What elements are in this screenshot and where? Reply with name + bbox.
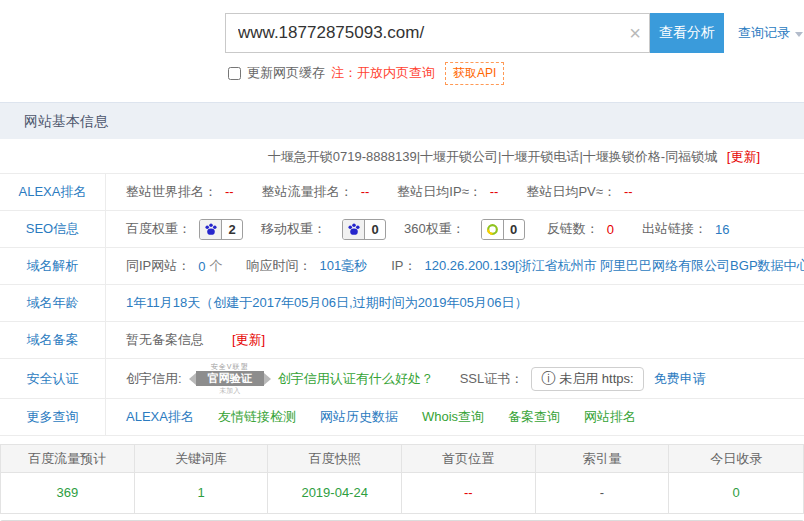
more-link-history-data[interactable]: 网站历史数据 — [320, 408, 398, 426]
title-update-link[interactable]: [更新] — [727, 149, 760, 164]
ip-value[interactable]: 120.26.200.139[浙江省杭州市 阿里巴巴网络有限公司BGP数据中心(… — [425, 257, 804, 275]
domain-age-value: 1年11月18天（创建于2017年05月06日,过期时间为2019年05月06日… — [126, 294, 527, 312]
alexa-daily-pv: 整站日均PV≈：-- — [526, 183, 632, 201]
cache-checkbox[interactable] — [228, 67, 241, 80]
alexa-daily-ip-value: -- — [490, 184, 499, 199]
ip-label: IP： — [391, 257, 416, 275]
stats-header-row: 百度流量预计 关键词库 百度快照 首页位置 索引量 今日收录 — [1, 445, 803, 473]
stats-table: 百度流量预计 关键词库 百度快照 首页位置 索引量 今日收录 369 1 201… — [0, 444, 804, 514]
so360-weight-badge[interactable]: 0 — [481, 219, 525, 240]
ssl-apply-link[interactable]: 免费申请 — [654, 370, 706, 388]
response-time-label: 响应时间： — [247, 257, 312, 275]
stats-header-index-volume: 索引量 — [536, 445, 670, 473]
baidu-pc-weight-value: 2 — [222, 220, 242, 239]
row-label-domain-age: 域名年龄 — [0, 285, 106, 321]
panel-title: 网站基本信息 — [0, 103, 804, 139]
search-bar: × 查看分析 查询记录 — [225, 13, 804, 53]
analyze-button[interactable]: 查看分析 — [650, 13, 724, 53]
site-info-panel: 网站基本信息 十堰急开锁0719-8888139|十堰开锁公司|十堰开锁电话|十… — [0, 102, 804, 436]
ssl-cert-label: SSL证书： — [460, 370, 524, 388]
row-security: 安全认证 创宇信用: 安全V联盟 官网验证 未加入 创宇信用认证有什么好处？ S… — [0, 359, 804, 399]
chuangyu-seal-badge[interactable]: 安全V联盟 官网验证 未加入 — [196, 363, 264, 395]
alexa-daily-ip-label: 整站日均IP≈： — [397, 184, 481, 199]
seal-top-text: 安全V联盟 — [211, 363, 249, 371]
stats-header-homepage-position: 首页位置 — [402, 445, 536, 473]
options-row: 更新网页缓存 注：开放内页查询 获取API — [228, 63, 804, 83]
alexa-daily-pv-label: 整站日均PV≈： — [526, 184, 615, 199]
site-title-row: 十堰急开锁0719-8888139|十堰开锁公司|十堰开锁电话|十堰换锁价格-同… — [0, 139, 804, 174]
more-link-site-rank[interactable]: 网站排名 — [584, 408, 636, 426]
seal-band-text: 官网验证 — [196, 371, 264, 386]
stats-value-today-included[interactable]: 0 — [669, 473, 803, 513]
row-label-seo: SEO信息 — [0, 211, 106, 247]
alexa-world-rank: 整站世界排名：-- — [126, 183, 234, 201]
url-input-wrapper: × — [225, 13, 650, 53]
site-title-text: 十堰急开锁0719-8888139|十堰开锁公司|十堰开锁电话|十堰换锁价格-同… — [268, 149, 717, 164]
get-api-button[interactable]: 获取API — [445, 62, 504, 85]
row-icp: 域名备案 暂无备案信息 [更新] — [0, 322, 804, 359]
row-label-alexa: ALEXA排名 — [0, 174, 106, 210]
more-link-alexa[interactable]: ALEXA排名 — [126, 408, 194, 426]
cache-checkbox-text: 更新网页缓存 — [247, 64, 325, 82]
baidu-mobile-weight-badge[interactable]: 0 — [342, 219, 386, 240]
outlinks-value[interactable]: 16 — [715, 222, 729, 237]
icp-status: 暂无备案信息 — [126, 331, 204, 349]
baidu-pc-weight-label: 百度权重： — [126, 220, 191, 238]
alexa-daily-pv-value: -- — [624, 184, 633, 199]
alexa-traffic-rank: 整站流量排名：-- — [262, 183, 370, 201]
ssl-status-box: ⓘ 未启用 https: — [531, 367, 643, 391]
360-logo-icon — [482, 220, 504, 239]
open-subpage-note: 注：开放内页查询 — [331, 64, 435, 82]
row-label-dns: 域名解析 — [0, 248, 106, 284]
row-label-icp: 域名备案 — [0, 322, 106, 358]
backlinks-value[interactable]: 0 — [607, 222, 614, 237]
clear-icon[interactable]: × — [629, 23, 641, 43]
row-alexa: ALEXA排名 整站世界排名：-- 整站流量排名：-- 整站日均IP≈：-- 整… — [0, 174, 804, 211]
row-dns: 域名解析 同IP网站： 0 个 响应时间： 101毫秒 IP： 120.26.2… — [0, 248, 804, 285]
stats-value-keyword-lib[interactable]: 1 — [135, 473, 269, 513]
icp-update-link[interactable]: [更新] — [232, 331, 265, 349]
url-input[interactable] — [226, 14, 649, 52]
row-label-security: 安全认证 — [0, 359, 106, 398]
seal-bottom-text: 未加入 — [219, 386, 240, 395]
stats-value-homepage-position: -- — [402, 473, 536, 513]
more-link-icp-query[interactable]: 备案查询 — [508, 408, 560, 426]
more-link-whois[interactable]: Whois查询 — [422, 408, 484, 426]
stats-header-baidu-snapshot: 百度快照 — [268, 445, 402, 473]
response-time-value: 101毫秒 — [320, 257, 368, 275]
stats-header-keyword-lib: 关键词库 — [135, 445, 269, 473]
same-ip-unit: 个 — [210, 257, 223, 275]
chuangyu-credit-label: 创宇信用: — [126, 370, 182, 388]
alexa-traffic-rank-value: -- — [361, 184, 370, 199]
history-link[interactable]: 查询记录 — [738, 24, 803, 42]
stats-value-baidu-snapshot[interactable]: 2019-04-24 — [268, 473, 402, 513]
row-seo: SEO信息 百度权重： 2 移动权重： 0 360权重： 0 — [0, 211, 804, 248]
cache-checkbox-label: 更新网页缓存 — [228, 64, 325, 82]
alexa-daily-ip: 整站日均IP≈：-- — [397, 183, 498, 201]
alexa-world-rank-value: -- — [225, 184, 234, 199]
stats-values-row: 369 1 2019-04-24 -- - 0 — [1, 473, 803, 513]
stats-header-today-included: 今日收录 — [669, 445, 803, 473]
credit-benefit-link[interactable]: 创宇信用认证有什么好处？ — [278, 370, 434, 388]
ssl-status-text: 未启用 https: — [559, 370, 633, 388]
baidu-pc-weight-badge[interactable]: 2 — [199, 219, 243, 240]
row-domain-age: 域名年龄 1年11月18天（创建于2017年05月06日,过期时间为2019年0… — [0, 285, 804, 322]
alexa-traffic-rank-label: 整站流量排名： — [262, 184, 353, 199]
same-ip-value[interactable]: 0 — [198, 259, 205, 274]
outlinks-label: 出站链接： — [642, 220, 707, 238]
same-ip-label: 同IP网站： — [126, 257, 190, 275]
baidu-mobile-weight-label: 移动权重： — [261, 220, 326, 238]
stats-value-index-volume: - — [536, 473, 670, 513]
row-more-queries: 更多查询 ALEXA排名 友情链接检测 网站历史数据 Whois查询 备案查询 … — [0, 399, 804, 436]
backlinks-label: 反链数： — [547, 220, 599, 238]
so360-weight-value: 0 — [504, 220, 524, 239]
history-link-label: 查询记录 — [738, 24, 790, 42]
chevron-down-icon — [795, 32, 803, 37]
so360-weight-label: 360权重： — [404, 220, 465, 238]
row-label-more: 更多查询 — [0, 399, 106, 435]
stats-value-baidu-traffic[interactable]: 369 — [1, 473, 135, 513]
baidu-paw-icon — [343, 220, 365, 239]
alexa-world-rank-label: 整站世界排名： — [126, 184, 217, 199]
more-link-friend-links[interactable]: 友情链接检测 — [218, 408, 296, 426]
info-icon: ⓘ — [541, 370, 555, 388]
